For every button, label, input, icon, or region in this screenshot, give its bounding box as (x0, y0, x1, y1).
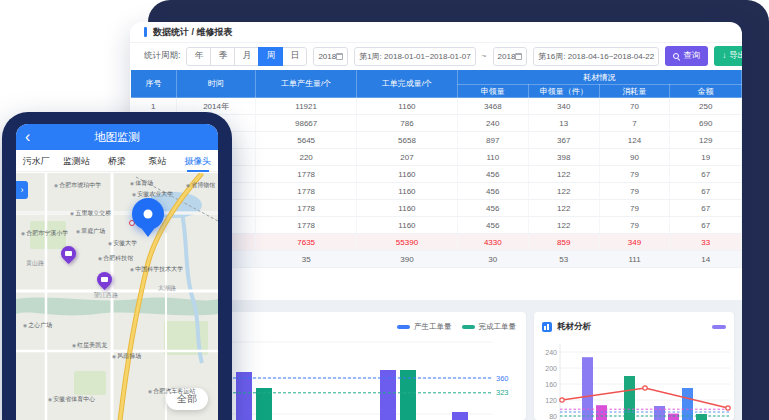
table-cell: 30 (457, 251, 528, 268)
table-cell: 90 (599, 149, 670, 166)
y-tick-label: 160 (545, 381, 557, 388)
chart-icon (542, 322, 552, 332)
ref-line-label: 360 (496, 374, 509, 383)
week-range-end-input[interactable]: 第16周: 2018-04-16~2018-04-22 (533, 47, 659, 66)
table-cell: 122 (528, 166, 599, 183)
table-cell: 111 (599, 251, 670, 268)
table-cell: 14 (670, 251, 742, 268)
year-select-start[interactable]: 2018 (313, 47, 348, 66)
page: 数据统计 / 维修报表 统计周期: 年季月周日 2018 第1周: 2018-0… (0, 0, 769, 420)
map-label: 安徽大学 (108, 239, 137, 247)
year-select-end[interactable]: 2018 (493, 47, 528, 66)
y-tick-label: 80 (549, 413, 557, 420)
tab-污水厂[interactable]: 污水厂 (16, 150, 56, 172)
table-cell: 207 (357, 149, 458, 166)
period-option-日[interactable]: 日 (282, 47, 307, 66)
period-option-月[interactable]: 月 (234, 47, 259, 66)
table-cell: 456 (457, 217, 528, 234)
table-cell: 220 (256, 149, 357, 166)
phone-header: ‹ 地图监测 (16, 124, 218, 150)
consumable-chart-title: 耗材分析 (557, 321, 707, 333)
consumable-bar-chart: 2402001601208040 (542, 336, 732, 420)
table-row: 12014年119211160346834070250 (131, 98, 742, 115)
table-cell: 7 (599, 115, 670, 132)
tab-摄像头[interactable]: 摄像头 (178, 150, 218, 172)
phone-tab-bar: 污水厂监测站桥梁泵站摄像头 (16, 150, 218, 172)
back-icon[interactable]: ‹ (25, 125, 30, 149)
week-range-start-input[interactable]: 第1周: 2018-01-01~2018-01-07 (354, 47, 475, 66)
table-cell: 67 (670, 200, 742, 217)
table-cell: 124 (599, 132, 670, 149)
legend-swatch-truncated (712, 325, 726, 329)
table-cell: 1160 (357, 98, 458, 115)
table-cell: 398 (528, 149, 599, 166)
phone-page-title: 地图监测 (94, 130, 140, 145)
col-header-done: 工单完成量/个 (357, 70, 458, 98)
legend-item-0[interactable]: 产生工单量 (397, 322, 452, 332)
legend-swatch (462, 325, 475, 329)
tab-监测站[interactable]: 监测站 (56, 150, 96, 172)
period-option-年[interactable]: 年 (186, 47, 211, 66)
map-label: 之心广场 (23, 321, 52, 329)
y-tick-label: 240 (545, 349, 557, 356)
table-cell: 456 (457, 200, 528, 217)
table-cell: 67 (670, 217, 742, 234)
table-cell: 5658 (357, 132, 458, 149)
table-cell: 35 (256, 251, 357, 268)
breadcrumb: 数据统计 / 维修报表 (153, 26, 233, 39)
calendar-icon (515, 53, 522, 60)
table-cell: 33 (670, 234, 742, 251)
breadcrumb-accent (144, 27, 147, 37)
table-cell: 4330 (457, 234, 528, 251)
consumable-bar (624, 376, 635, 420)
table-cell: 1778 (256, 183, 357, 200)
map-label: 合肥市宁溪小学 (21, 229, 68, 237)
table-cell: 859 (528, 234, 599, 251)
map-label: 翠庭广场 (76, 227, 105, 235)
selected-location-pin-icon[interactable] (132, 198, 164, 230)
map-label: 黄山路 (26, 259, 44, 267)
query-button[interactable]: 查询 (665, 46, 708, 66)
table-cell: 456 (457, 166, 528, 183)
legend-item-1[interactable]: 完成工单量 (462, 322, 517, 332)
bar-produced (236, 372, 252, 420)
table-cell: 1778 (256, 200, 357, 217)
table-cell: 7635 (256, 234, 357, 251)
sub-header: 申领量（件） (528, 85, 599, 98)
table-cell: 67 (670, 183, 742, 200)
map-label: 安徽农业大学 (132, 190, 173, 198)
bar-produced (452, 412, 468, 420)
table-cell: 390 (357, 251, 458, 268)
map-view[interactable]: › 全部 合肥市琥珀中学体育场安徽农业大学省博物馆五里墩立交桥合肥市宁溪小学翠庭… (16, 173, 218, 420)
table-cell: 897 (457, 132, 528, 149)
consumable-bar (654, 406, 665, 420)
breadcrumb-row: 数据统计 / 维修报表 (130, 22, 742, 43)
map-label: 五里墩立交桥 (70, 209, 111, 217)
table-cell: 79 (599, 200, 670, 217)
table-cell: 1160 (357, 166, 458, 183)
tab-桥梁[interactable]: 桥梁 (97, 150, 137, 172)
period-option-季[interactable]: 季 (210, 47, 235, 66)
table-cell: 3468 (457, 98, 528, 115)
table-cell: 11921 (256, 98, 357, 115)
filter-bar: 统计周期: 年季月周日 2018 第1周: 2018-01-01~2018-01… (130, 43, 742, 69)
col-header-created: 工单产生量/个 (256, 70, 357, 98)
map-label: 省博物馆 (186, 181, 215, 189)
map-label: 体育场 (130, 179, 153, 187)
period-option-周[interactable]: 周 (258, 47, 283, 66)
table-cell: 110 (457, 149, 528, 166)
map-label: 望江西路 (94, 291, 118, 299)
table-cell: 55390 (357, 234, 458, 251)
tab-泵站[interactable]: 泵站 (137, 150, 177, 172)
consumable-bar (582, 357, 593, 420)
table-cell: 5645 (256, 132, 357, 149)
table-cell: 1778 (256, 166, 357, 183)
export-excel-button[interactable]: ↓ 导出Excel (714, 46, 742, 66)
legend-label: 完成工单量 (479, 322, 517, 332)
table-cell: 456 (457, 183, 528, 200)
phone-mockup: ‹ 地图监测 污水厂监测站桥梁泵站摄像头 (2, 112, 232, 420)
map-expander-chevron-right-icon[interactable]: › (16, 181, 28, 199)
table-cell: 250 (670, 98, 742, 115)
table-cell: 129 (670, 132, 742, 149)
sub-header: 消耗量 (599, 85, 670, 98)
